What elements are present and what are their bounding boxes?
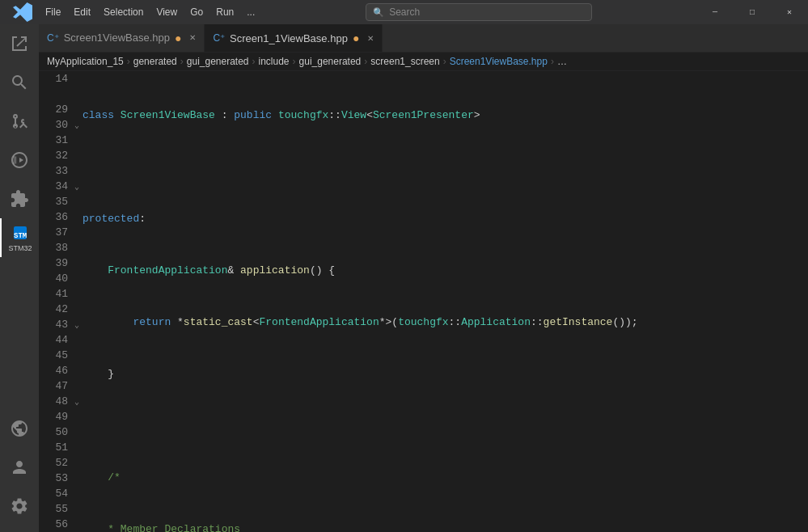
- activity-settings[interactable]: [0, 487, 39, 526]
- menu-edit[interactable]: Edit: [67, 0, 97, 24]
- ln-33: 33: [47, 163, 68, 179]
- main-layout: STM STM32 C⁺ Screen1ViewBase.hpp ● ✕: [0, 24, 808, 532]
- ln-38: 38: [47, 240, 68, 255]
- code-editor[interactable]: 14 · 29 30⌄ 31 32 33 34⌄ 35 36 37 38 39 …: [39, 71, 808, 532]
- ln-39: 39: [47, 255, 68, 271]
- ln-48: 48⌄: [47, 394, 68, 409]
- ln-56: 56: [47, 517, 68, 532]
- activity-run[interactable]: [0, 141, 39, 179]
- code-line-33: [82, 418, 808, 433]
- tab-label-2: Screen1_1ViewBase.hpp: [230, 32, 348, 44]
- maximize-button[interactable]: □: [734, 0, 771, 24]
- menu-view[interactable]: View: [150, 0, 184, 24]
- ln-34: 34⌄: [47, 179, 68, 194]
- code-line-34: /*: [82, 470, 808, 485]
- breadcrumb-ellipsis[interactable]: …: [557, 56, 567, 67]
- search-area: 🔍 Search: [261, 3, 696, 21]
- ln-47: 47: [47, 378, 68, 394]
- ln-51: 51: [47, 440, 68, 455]
- activity-bottom: [0, 409, 39, 532]
- code-line-30: FrontendApplication& application() {: [82, 263, 808, 278]
- breadcrumb-gui-generated[interactable]: gui_generated: [187, 56, 249, 67]
- ln-55: 55: [47, 501, 68, 517]
- ln-31: 31: [47, 133, 68, 148]
- title-bar: File Edit Selection View Go Run ... 🔍 Se…: [0, 0, 808, 24]
- search-box[interactable]: 🔍 Search: [366, 3, 592, 21]
- ln-52: 52: [47, 455, 68, 471]
- activity-extensions[interactable]: [0, 179, 39, 218]
- search-placeholder: Search: [389, 6, 420, 18]
- activity-accounts[interactable]: [0, 448, 39, 487]
- ln-54: 54: [47, 486, 68, 501]
- breadcrumb-screen1[interactable]: screen1_screen: [370, 56, 439, 67]
- editor-area: C⁺ Screen1ViewBase.hpp ● ✕ C⁺ Screen1_1V…: [39, 24, 808, 532]
- ln-46: 46: [47, 363, 68, 378]
- breadcrumb: MyApplication_15 › generated › gui_gener…: [39, 53, 808, 71]
- activity-stm32[interactable]: STM STM32: [0, 218, 39, 257]
- window-controls: ─ □ ✕: [696, 0, 808, 24]
- vscode-icon: [6, 0, 39, 24]
- ln-32: 32: [47, 148, 68, 163]
- activity-search[interactable]: [0, 63, 39, 102]
- tab-modified-2: ●: [353, 32, 359, 44]
- close-button[interactable]: ✕: [771, 0, 808, 24]
- tab-icon-1: C⁺: [47, 32, 59, 44]
- tab-close-1[interactable]: ✕: [189, 33, 196, 42]
- ln-30: 30⌄: [47, 117, 68, 133]
- activity-source-control[interactable]: [0, 102, 39, 141]
- code-line-skip1: [82, 159, 808, 175]
- tab-bar: C⁺ Screen1ViewBase.hpp ● ✕ C⁺ Screen1_1V…: [39, 24, 808, 53]
- code-line-31: return *static_cast<FrontendApplication*…: [82, 315, 808, 330]
- menu-more[interactable]: ...: [240, 0, 261, 24]
- activity-bar: STM STM32: [0, 24, 39, 532]
- ln-53: 53: [47, 471, 68, 486]
- tab-close-2[interactable]: ✕: [367, 34, 374, 43]
- ln-skip1: ·: [47, 87, 68, 102]
- ln-43: 43⌄: [47, 317, 68, 332]
- code-line-14: class Screen1ViewBase : public touchgfx:…: [82, 108, 808, 123]
- ln-29: 29: [47, 102, 68, 117]
- activity-remote[interactable]: [0, 409, 39, 448]
- menu-selection[interactable]: Selection: [97, 0, 150, 24]
- menu-run[interactable]: Run: [209, 0, 240, 24]
- ln-49: 49: [47, 409, 68, 424]
- code-line-32: }: [82, 366, 808, 382]
- tab-icon-2: C⁺: [213, 32, 225, 44]
- menu-bar: File Edit Selection View Go Run ...: [0, 0, 261, 24]
- search-icon: 🔍: [373, 7, 384, 18]
- ln-44: 44: [47, 332, 68, 348]
- ln-14: 14: [47, 71, 68, 87]
- minimize-button[interactable]: ─: [696, 0, 734, 24]
- menu-file[interactable]: File: [39, 0, 67, 24]
- code-line-35: * Member Declarations: [82, 521, 808, 532]
- ln-36: 36: [47, 209, 68, 225]
- ln-50: 50: [47, 424, 68, 440]
- ln-40: 40: [47, 271, 68, 286]
- line-numbers: 14 · 29 30⌄ 31 32 33 34⌄ 35 36 37 38 39 …: [39, 71, 76, 532]
- ln-45: 45: [47, 348, 68, 363]
- tab-screen1-1viewbase[interactable]: C⁺ Screen1_1ViewBase.hpp ● ✕: [205, 24, 383, 52]
- breadcrumb-generated[interactable]: generated: [133, 56, 177, 67]
- ln-41: 41: [47, 286, 68, 302]
- svg-text:STM: STM: [14, 232, 27, 240]
- stm32-label: STM32: [8, 244, 32, 252]
- breadcrumb-gui-generated2[interactable]: gui_generated: [299, 56, 362, 67]
- menu-go[interactable]: Go: [184, 0, 209, 24]
- breadcrumb-myapp[interactable]: MyApplication_15: [47, 56, 124, 67]
- breadcrumb-include[interactable]: include: [259, 56, 290, 67]
- tab-modified-1: ●: [175, 32, 181, 44]
- code-content: class Screen1ViewBase : public touchgfx:…: [76, 71, 808, 532]
- ln-37: 37: [47, 225, 68, 240]
- breadcrumb-file[interactable]: Screen1ViewBase.hpp: [450, 56, 548, 67]
- ln-42: 42: [47, 302, 68, 317]
- tab-label-1: Screen1ViewBase.hpp: [64, 32, 170, 44]
- tab-screen1viewbase[interactable]: C⁺ Screen1ViewBase.hpp ● ✕: [39, 24, 205, 52]
- ln-35: 35: [47, 194, 68, 209]
- code-line-29: protected:: [82, 211, 808, 226]
- activity-explorer[interactable]: [0, 24, 39, 63]
